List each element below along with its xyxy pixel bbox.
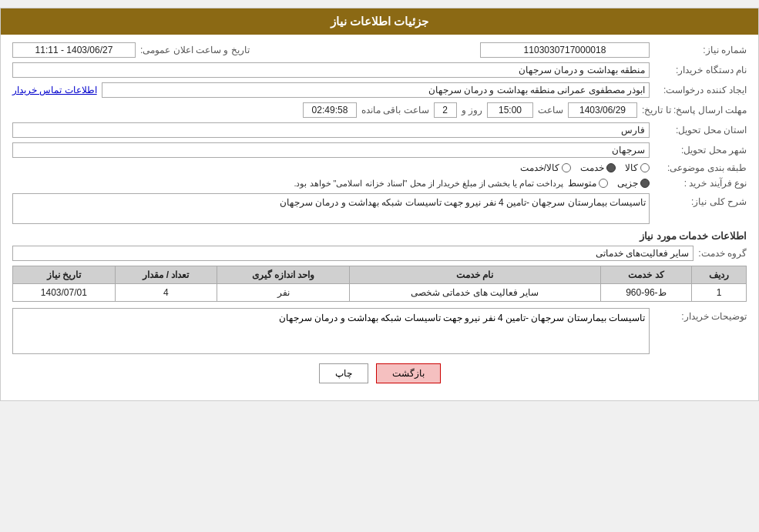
need-number-value: 1103030717000018	[480, 42, 650, 58]
cell-name: سایر فعالیت های خدماتی شخصی	[350, 284, 601, 302]
province-value: فارس	[12, 122, 650, 138]
radio-service[interactable]: خدمت	[580, 162, 616, 173]
col-unit: واحد اندازه گیری	[217, 266, 350, 284]
col-qty: تعداد / مقدار	[115, 266, 217, 284]
reply-days: 2	[434, 102, 457, 118]
radio-goods-service-circle	[562, 163, 571, 172]
city-label: شهر محل تحویل:	[654, 145, 747, 156]
services-table: ردیف کد خدمت نام خدمت واحد اندازه گیری ت…	[12, 266, 747, 302]
radio-partial-circle	[640, 179, 650, 188]
table-row: 1 ط-96-960 سایر فعالیت های خدماتی شخصی ن…	[13, 284, 747, 302]
reply-date: 1403/06/29	[568, 102, 637, 118]
radio-goods-label: کالا	[625, 162, 638, 173]
contact-link[interactable]: اطلاعات تماس خریدار	[12, 85, 97, 95]
radio-goods-service[interactable]: کالا/خدمت	[520, 162, 571, 173]
cell-code: ط-96-960	[600, 284, 692, 302]
buyer-notes-label: توضیحات خریدار:	[654, 311, 747, 322]
cell-qty: 4	[115, 284, 217, 302]
reply-deadline-label: مهلت ارسال پاسخ: تا تاریخ:	[642, 105, 747, 115]
cell-date: 1403/07/01	[13, 284, 116, 302]
purchase-type-label: نوع فرآیند خرید :	[654, 178, 747, 189]
radio-service-label: خدمت	[580, 162, 604, 173]
radio-medium[interactable]: متوسط	[568, 178, 608, 189]
reply-days-label: روز و	[462, 105, 482, 115]
page-title: جزئیات اطلاعات نیاز	[1, 8, 758, 35]
col-date: تاریخ نیاز	[13, 266, 116, 284]
cell-unit: نفر	[217, 284, 350, 302]
radio-goods[interactable]: کالا	[625, 162, 650, 173]
city-value: سرجهان	[12, 142, 650, 158]
announcement-value: 1403/06/27 - 11:11	[12, 42, 136, 58]
radio-medium-label: متوسط	[568, 178, 596, 189]
service-group-label: گروه خدمت:	[698, 248, 747, 259]
buyer-notes-textarea[interactable]	[12, 308, 650, 354]
radio-goods-service-label: کالا/خدمت	[520, 162, 559, 173]
print-button[interactable]: چاپ	[319, 363, 368, 383]
buyer-org-value: منطقه بهداشت و درمان سرجهان	[12, 62, 650, 78]
purchase-type-radio-group: جزیی متوسط	[568, 178, 650, 189]
radio-medium-circle	[599, 179, 608, 188]
buyer-org-label: نام دستگاه خریدار:	[654, 65, 747, 75]
description-label: شرح کلی نیاز:	[654, 196, 747, 207]
announcement-label: تاریخ و ساعت اعلان عمومی:	[140, 45, 250, 55]
action-buttons: بازگشت چاپ	[12, 363, 747, 383]
col-row: ردیف	[692, 266, 747, 284]
col-name: نام خدمت	[350, 266, 601, 284]
back-button[interactable]: بازگشت	[376, 363, 441, 383]
category-radio-group: کالا خدمت کالا/خدمت	[520, 162, 650, 173]
radio-partial[interactable]: جزیی	[617, 178, 650, 189]
col-code: کد خدمت	[600, 266, 692, 284]
reply-countdown-label: ساعت باقی مانده	[361, 105, 429, 115]
reply-time-label: ساعت	[538, 105, 563, 115]
reply-time: 15:00	[487, 102, 533, 118]
cell-row: 1	[692, 284, 747, 302]
requester-value: ابوذر مصطفوی عمرانی منطقه بهداشت و درمان…	[102, 82, 650, 98]
requester-label: ایجاد کننده درخواست:	[654, 85, 747, 95]
services-section-title: اطلاعات خدمات مورد نیاز	[12, 230, 747, 242]
reply-countdown: 02:49:58	[303, 102, 357, 118]
radio-goods-circle	[640, 163, 650, 172]
radio-service-circle	[606, 163, 616, 172]
need-number-label: شماره نیاز:	[654, 45, 747, 55]
category-label: طبقه بندی موضوعی:	[654, 162, 747, 173]
service-group-value: سایر فعالیت‌های خدماتی	[12, 246, 694, 261]
description-value: تاسیسات بیمارستان سرجهان -تامین 4 نفر نی…	[12, 193, 650, 224]
purchase-note: پرداخت تمام یا بخشی از مبلغ خریدار از مح…	[294, 179, 563, 189]
province-label: استان محل تحویل:	[654, 125, 747, 136]
radio-partial-label: جزیی	[617, 178, 638, 189]
